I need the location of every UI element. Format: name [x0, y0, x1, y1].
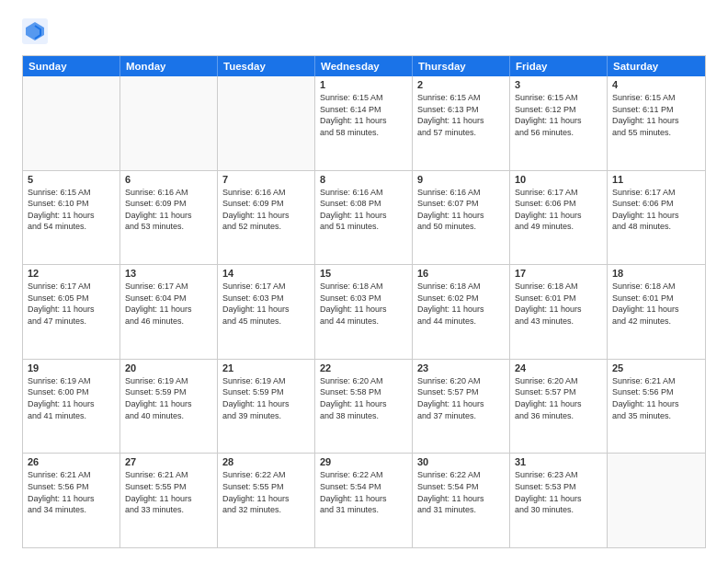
calendar-cell-day-1: 1Sunrise: 6:15 AM Sunset: 6:14 PM Daylig… — [315, 76, 413, 170]
day-info: Sunrise: 6:19 AM Sunset: 5:59 PM Dayligh… — [222, 375, 310, 421]
calendar-cell-day-19: 19Sunrise: 6:19 AM Sunset: 6:00 PM Dayli… — [23, 360, 120, 454]
day-number: 11 — [612, 174, 700, 185]
day-info: Sunrise: 6:15 AM Sunset: 6:12 PM Dayligh… — [515, 92, 602, 138]
calendar-cell-day-8: 8Sunrise: 6:16 AM Sunset: 6:08 PM Daylig… — [315, 171, 413, 265]
calendar: SundayMondayTuesdayWednesdayThursdayFrid… — [22, 55, 706, 548]
day-info: Sunrise: 6:20 AM Sunset: 5:58 PM Dayligh… — [320, 375, 407, 421]
day-info: Sunrise: 6:16 AM Sunset: 6:07 PM Dayligh… — [417, 187, 505, 233]
calendar-cell-day-15: 15Sunrise: 6:18 AM Sunset: 6:03 PM Dayli… — [315, 265, 413, 359]
calendar-row-3: 19Sunrise: 6:19 AM Sunset: 6:00 PM Dayli… — [23, 360, 705, 454]
day-info: Sunrise: 6:18 AM Sunset: 6:01 PM Dayligh… — [515, 281, 602, 327]
day-number: 12 — [28, 268, 115, 279]
day-number: 2 — [417, 79, 505, 90]
calendar-cell-day-4: 4Sunrise: 6:15 AM Sunset: 6:11 PM Daylig… — [608, 76, 705, 170]
day-number: 21 — [222, 362, 310, 373]
day-info: Sunrise: 6:18 AM Sunset: 6:01 PM Dayligh… — [612, 281, 700, 327]
day-info: Sunrise: 6:16 AM Sunset: 6:09 PM Dayligh… — [125, 187, 212, 233]
calendar-body: 1Sunrise: 6:15 AM Sunset: 6:14 PM Daylig… — [23, 76, 705, 547]
calendar-header: SundayMondayTuesdayWednesdayThursdayFrid… — [23, 56, 705, 76]
calendar-cell-day-31: 31Sunrise: 6:23 AM Sunset: 5:53 PM Dayli… — [510, 454, 608, 547]
header — [22, 18, 706, 44]
calendar-cell-day-24: 24Sunrise: 6:20 AM Sunset: 5:57 PM Dayli… — [510, 360, 608, 454]
day-number: 7 — [222, 174, 310, 185]
calendar-cell-empty — [23, 76, 120, 170]
day-info: Sunrise: 6:17 AM Sunset: 6:04 PM Dayligh… — [125, 281, 212, 327]
day-number: 20 — [125, 362, 212, 373]
calendar-cell-empty — [608, 454, 705, 547]
calendar-cell-day-11: 11Sunrise: 6:17 AM Sunset: 6:06 PM Dayli… — [608, 171, 705, 265]
day-info: Sunrise: 6:15 AM Sunset: 6:14 PM Dayligh… — [320, 92, 407, 138]
calendar-cell-day-29: 29Sunrise: 6:22 AM Sunset: 5:54 PM Dayli… — [315, 454, 413, 547]
calendar-cell-empty — [218, 76, 315, 170]
day-info: Sunrise: 6:19 AM Sunset: 5:59 PM Dayligh… — [125, 375, 212, 421]
day-number: 13 — [125, 268, 212, 279]
day-number: 5 — [28, 174, 115, 185]
day-number: 26 — [28, 456, 115, 467]
day-info: Sunrise: 6:21 AM Sunset: 5:56 PM Dayligh… — [612, 375, 700, 421]
calendar-row-1: 5Sunrise: 6:15 AM Sunset: 6:10 PM Daylig… — [23, 171, 705, 266]
day-number: 9 — [417, 174, 505, 185]
calendar-cell-day-5: 5Sunrise: 6:15 AM Sunset: 6:10 PM Daylig… — [23, 171, 120, 265]
calendar-cell-day-14: 14Sunrise: 6:17 AM Sunset: 6:03 PM Dayli… — [218, 265, 315, 359]
day-info: Sunrise: 6:16 AM Sunset: 6:09 PM Dayligh… — [222, 187, 310, 233]
day-info: Sunrise: 6:17 AM Sunset: 6:03 PM Dayligh… — [222, 281, 310, 327]
calendar-cell-day-23: 23Sunrise: 6:20 AM Sunset: 5:57 PM Dayli… — [413, 360, 510, 454]
day-info: Sunrise: 6:22 AM Sunset: 5:54 PM Dayligh… — [417, 469, 505, 515]
day-number: 23 — [417, 362, 505, 373]
calendar-cell-day-17: 17Sunrise: 6:18 AM Sunset: 6:01 PM Dayli… — [510, 265, 608, 359]
day-info: Sunrise: 6:19 AM Sunset: 6:00 PM Dayligh… — [28, 375, 115, 421]
calendar-cell-day-30: 30Sunrise: 6:22 AM Sunset: 5:54 PM Dayli… — [413, 454, 510, 547]
day-info: Sunrise: 6:21 AM Sunset: 5:56 PM Dayligh… — [28, 469, 115, 515]
calendar-cell-day-22: 22Sunrise: 6:20 AM Sunset: 5:58 PM Dayli… — [315, 360, 413, 454]
header-day-thursday: Thursday — [413, 56, 510, 76]
day-number: 30 — [417, 456, 505, 467]
day-info: Sunrise: 6:20 AM Sunset: 5:57 PM Dayligh… — [417, 375, 505, 421]
day-number: 24 — [515, 362, 602, 373]
header-day-saturday: Saturday — [608, 56, 705, 76]
day-number: 8 — [320, 174, 407, 185]
day-info: Sunrise: 6:22 AM Sunset: 5:54 PM Dayligh… — [320, 469, 407, 515]
calendar-cell-day-12: 12Sunrise: 6:17 AM Sunset: 6:05 PM Dayli… — [23, 265, 120, 359]
day-info: Sunrise: 6:22 AM Sunset: 5:55 PM Dayligh… — [222, 469, 310, 515]
day-info: Sunrise: 6:15 AM Sunset: 6:10 PM Dayligh… — [28, 187, 115, 233]
calendar-cell-day-10: 10Sunrise: 6:17 AM Sunset: 6:06 PM Dayli… — [510, 171, 608, 265]
day-number: 18 — [612, 268, 700, 279]
calendar-row-4: 26Sunrise: 6:21 AM Sunset: 5:56 PM Dayli… — [23, 454, 705, 547]
page: SundayMondayTuesdayWednesdayThursdayFrid… — [0, 0, 728, 563]
day-number: 27 — [125, 456, 212, 467]
calendar-cell-day-3: 3Sunrise: 6:15 AM Sunset: 6:12 PM Daylig… — [510, 76, 608, 170]
day-info: Sunrise: 6:17 AM Sunset: 6:06 PM Dayligh… — [612, 187, 700, 233]
day-info: Sunrise: 6:15 AM Sunset: 6:13 PM Dayligh… — [417, 92, 505, 138]
day-number: 16 — [417, 268, 505, 279]
calendar-cell-day-2: 2Sunrise: 6:15 AM Sunset: 6:13 PM Daylig… — [413, 76, 510, 170]
calendar-cell-day-28: 28Sunrise: 6:22 AM Sunset: 5:55 PM Dayli… — [218, 454, 315, 547]
day-number: 14 — [222, 268, 310, 279]
day-number: 17 — [515, 268, 602, 279]
calendar-cell-day-6: 6Sunrise: 6:16 AM Sunset: 6:09 PM Daylig… — [120, 171, 218, 265]
day-info: Sunrise: 6:18 AM Sunset: 6:02 PM Dayligh… — [417, 281, 505, 327]
day-number: 25 — [612, 362, 700, 373]
calendar-cell-day-7: 7Sunrise: 6:16 AM Sunset: 6:09 PM Daylig… — [218, 171, 315, 265]
header-day-wednesday: Wednesday — [315, 56, 413, 76]
calendar-cell-day-20: 20Sunrise: 6:19 AM Sunset: 5:59 PM Dayli… — [120, 360, 218, 454]
calendar-cell-day-18: 18Sunrise: 6:18 AM Sunset: 6:01 PM Dayli… — [608, 265, 705, 359]
day-info: Sunrise: 6:17 AM Sunset: 6:05 PM Dayligh… — [28, 281, 115, 327]
day-number: 10 — [515, 174, 602, 185]
calendar-cell-day-16: 16Sunrise: 6:18 AM Sunset: 6:02 PM Dayli… — [413, 265, 510, 359]
day-info: Sunrise: 6:21 AM Sunset: 5:55 PM Dayligh… — [125, 469, 212, 515]
header-day-sunday: Sunday — [23, 56, 120, 76]
day-number: 22 — [320, 362, 407, 373]
day-info: Sunrise: 6:17 AM Sunset: 6:06 PM Dayligh… — [515, 187, 602, 233]
day-number: 6 — [125, 174, 212, 185]
header-day-tuesday: Tuesday — [218, 56, 315, 76]
day-number: 4 — [612, 79, 700, 90]
day-number: 1 — [320, 79, 407, 90]
day-info: Sunrise: 6:18 AM Sunset: 6:03 PM Dayligh… — [320, 281, 407, 327]
day-info: Sunrise: 6:20 AM Sunset: 5:57 PM Dayligh… — [515, 375, 602, 421]
header-day-friday: Friday — [510, 56, 608, 76]
calendar-cell-day-26: 26Sunrise: 6:21 AM Sunset: 5:56 PM Dayli… — [23, 454, 120, 547]
calendar-cell-day-27: 27Sunrise: 6:21 AM Sunset: 5:55 PM Dayli… — [120, 454, 218, 547]
calendar-cell-empty — [120, 76, 218, 170]
day-info: Sunrise: 6:23 AM Sunset: 5:53 PM Dayligh… — [515, 469, 602, 515]
day-number: 19 — [28, 362, 115, 373]
